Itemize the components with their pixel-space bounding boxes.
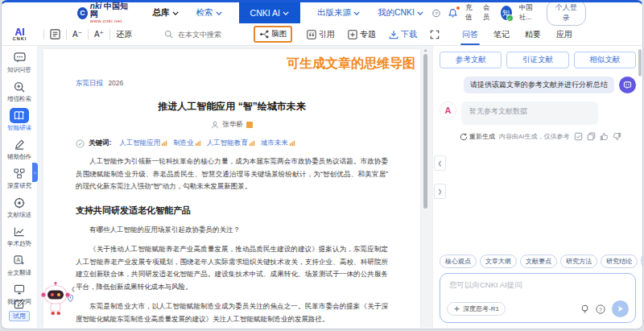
panel-tabs: 问答 笔记 精要 应用 <box>460 23 574 45</box>
panel-collapse-handle[interactable]: ❮ <box>434 155 446 171</box>
help-icon[interactable]: ? <box>432 8 440 19</box>
notifications-bell-icon[interactable] <box>448 8 458 19</box>
tab-notes[interactable]: 笔记 <box>492 23 511 45</box>
sidebar-item-deep-research[interactable]: 深度研究 <box>7 166 31 190</box>
window-scrollbar[interactable] <box>638 49 642 77</box>
org-name: 中国社... <box>519 3 539 23</box>
keyword-trend-icon <box>289 140 295 147</box>
regenerate-button[interactable]: 重新生成 <box>460 132 495 141</box>
nav-item-zongku[interactable]: 总库 <box>153 7 179 19</box>
download-icon <box>389 30 398 39</box>
verified-check-icon: ✓ <box>506 14 514 22</box>
keyword-link[interactable]: 人工智能应用 <box>119 139 167 148</box>
keywords-icon <box>76 139 85 148</box>
sidebar-item-writing-assist[interactable]: 辅助创作 <box>7 137 31 161</box>
help-circle-icon[interactable]: ? <box>596 304 605 314</box>
fullscreen-icon[interactable] <box>430 30 440 39</box>
keyword-link[interactable]: 城市未来 <box>261 139 295 148</box>
ai-message: 暂无参考文献数据 <box>461 101 598 125</box>
assistant-robot-mascot[interactable] <box>40 281 71 318</box>
author-name[interactable]: 张华桥 <box>222 120 243 130</box>
sidebar-item-enhanced-search[interactable]: 增强检索 <box>7 79 31 103</box>
scroll-up-arrow[interactable]: ▲ <box>423 48 427 52</box>
font-smaller-button[interactable]: A⁻ <box>72 30 82 39</box>
in-document-search[interactable] <box>164 30 242 39</box>
keywords-label: 关键词: <box>89 139 111 148</box>
keyword-link[interactable]: 人工智能教育 <box>207 139 255 148</box>
chevron-down-icon <box>283 11 289 15</box>
paragraph: 人工智能作为引领新一轮科技革命的核心力量，成为本届东莞两会市政协委员热议话题。市… <box>76 155 388 193</box>
recharge-link[interactable]: 充值 <box>465 3 476 23</box>
ai-disclaimer: 内容由AI生成，仅供参考 <box>499 132 570 141</box>
cnki-globe-icon: C <box>77 7 88 19</box>
ai-input-box[interactable]: 深度思考-R1 ? <box>440 273 636 323</box>
mindmap-button[interactable]: 脑图 <box>254 26 292 43</box>
section-heading: 支持共同研发适老化智能产品 <box>76 205 388 217</box>
trial-entry[interactable]: 试用 <box>2 299 37 321</box>
copy-icon[interactable] <box>587 132 596 141</box>
nav-item-cnki-ai[interactable]: CNKI AI <box>239 2 300 23</box>
sidebar-item-smart-reading[interactable]: 智能研读 <box>7 108 31 132</box>
panel-expand-handle[interactable]: ❯ <box>434 184 446 199</box>
member-link[interactable]: 会员 <box>483 3 493 23</box>
tag-key-points[interactable]: 文献要点 <box>520 254 557 268</box>
sidebar-expand-handle[interactable]: › <box>32 163 38 182</box>
keyword-trend-icon <box>249 140 255 147</box>
personal-login-button[interactable]: 个人登录 <box>547 0 586 26</box>
tab-qa[interactable]: 问答 <box>460 23 480 45</box>
cnki-logo[interactable]: C nki 中国知网 www.cnki.net <box>77 2 130 23</box>
mindmap-annotation: 可生成文章的思维导图 <box>43 56 415 72</box>
source-link[interactable]: 东莞日报 <box>76 79 103 87</box>
font-larger-button[interactable]: A⁺ <box>94 30 104 39</box>
nav-item-my-cnki[interactable]: 我的CNKI <box>378 7 423 19</box>
nav-item-sources[interactable]: 出版来源 <box>317 7 360 19</box>
ai-avatar: A <box>440 101 456 118</box>
topic-button[interactable]: 专题 <box>348 29 376 40</box>
author-badge-icon[interactable] <box>246 122 253 128</box>
tag-conclusions[interactable]: 研究结论 <box>601 254 638 268</box>
tag-methods[interactable]: 研究方法 <box>560 254 597 268</box>
thumbs-up-icon[interactable] <box>600 132 609 141</box>
chevron-down-icon <box>353 11 360 15</box>
more-tags-button[interactable] <box>641 254 643 268</box>
ai-qa-panel: 参考文献 引证文献 相似文献 请提供该篇文章的参考文献并进行分析总结 A 暂无参… <box>432 46 642 328</box>
sidebar-item-fulltext-translate[interactable]: A 全文翻译 <box>7 253 31 277</box>
thumbs-down-icon[interactable] <box>613 132 621 141</box>
tip-lightbulb-icon[interactable] <box>580 304 589 314</box>
cite-button[interactable]: 引用 <box>307 29 335 40</box>
chevron-down-icon <box>642 259 643 263</box>
outline-icon[interactable] <box>50 29 60 39</box>
document-scrollbar[interactable]: ▲ <box>423 48 427 326</box>
nav-item-search[interactable]: 检索 <box>196 7 222 19</box>
user-message: 请提供该篇文章的参考文献并进行分析总结 <box>464 77 614 93</box>
svg-text:?: ? <box>599 306 602 312</box>
svg-text:?: ? <box>435 10 437 15</box>
ai-question-input[interactable] <box>448 279 628 301</box>
keyword-link[interactable]: 制造业 <box>173 139 201 148</box>
trial-label: 试用 <box>9 311 30 321</box>
document-page: 可生成文章的思维导图 东莞日报 2026 推进人工智能应用 “智”绘城市未来 张… <box>43 49 420 328</box>
tag-outline[interactable]: 文章大纲 <box>480 254 517 268</box>
search-input[interactable] <box>176 30 242 39</box>
sidebar-item-literature-review[interactable]: 文献综述 <box>7 195 31 219</box>
sidebar-item-academic-trends[interactable]: 学术趋势 <box>7 224 31 248</box>
user-avatar <box>619 77 636 93</box>
deepthink-toggle[interactable]: 深度思考-R1 <box>447 302 506 316</box>
references-button[interactable]: 参考文献 <box>440 52 502 68</box>
tab-essentials[interactable]: 精要 <box>523 23 543 45</box>
mindmap-icon <box>259 30 269 39</box>
collapse-assistant-icon[interactable]: ❮ <box>71 286 76 292</box>
save-note-icon[interactable] <box>574 132 583 141</box>
sidebar-item-knowledge-qa[interactable]: 知识问答 <box>7 50 31 74</box>
org-avatar[interactable]: 知 ✓ <box>501 6 512 20</box>
keyword-trend-icon <box>161 140 167 147</box>
tag-core-points[interactable]: 核心观点 <box>440 254 477 268</box>
send-button[interactable] <box>612 300 629 317</box>
restore-button[interactable]: 还原 <box>116 29 132 40</box>
similar-docs-button[interactable]: 相似文献 <box>574 52 636 68</box>
chat-icon <box>14 52 26 63</box>
scrollbar-thumb[interactable] <box>423 54 427 209</box>
tab-apps[interactable]: 应用 <box>555 23 574 45</box>
citations-button[interactable]: 引证文献 <box>506 52 568 68</box>
download-button[interactable]: 下载 <box>389 29 417 40</box>
